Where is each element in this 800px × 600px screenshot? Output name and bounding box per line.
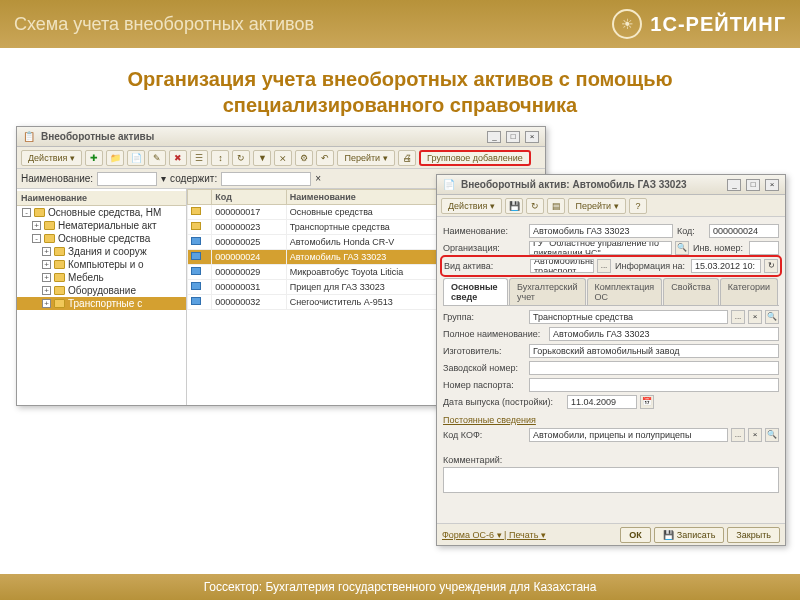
detail-window: 📄 Внеоборотный актив: Автомобиль ГАЗ 330… [436, 174, 786, 546]
actions-menu[interactable]: Действия ▾ [441, 198, 502, 214]
expand-icon[interactable]: + [42, 286, 51, 295]
tree-item[interactable]: +Оборудование [17, 284, 186, 297]
list-window-titlebar: 📋 Внеоборотные активы _ □ × [17, 127, 545, 147]
filter-name-input[interactable] [97, 172, 157, 186]
org-pick-button[interactable]: 🔍 [675, 241, 689, 255]
minimize-button[interactable]: _ [487, 131, 501, 143]
copy-button[interactable]: 📄 [127, 150, 145, 166]
group-add-button[interactable]: Групповое добавление [419, 150, 531, 166]
tree-item[interactable]: -Основные средства [17, 232, 186, 245]
fullname-field[interactable]: Автомобиль ГАЗ 33023 [549, 327, 779, 341]
kof-open-button[interactable]: 🔍 [765, 428, 779, 442]
toggle-button[interactable]: ▤ [547, 198, 565, 214]
kof-clear-button[interactable]: × [748, 428, 762, 442]
passport-field[interactable] [529, 378, 779, 392]
tab[interactable]: Бухгалтерский учет [509, 278, 586, 305]
ok-button[interactable]: ОК [620, 527, 651, 543]
move-up-button[interactable]: ↕ [211, 150, 229, 166]
kof-field[interactable]: Автомобили, прицепы и полуприцепы [529, 428, 728, 442]
folder-icon [44, 221, 55, 230]
undo-button[interactable]: ↶ [316, 150, 334, 166]
group-field[interactable]: Транспортные средства [529, 310, 728, 324]
tab[interactable]: Категории [720, 278, 778, 305]
tab[interactable]: Комплектация ОС [587, 278, 663, 305]
headline: Организация учета внеоборотных активов с… [0, 48, 800, 126]
date-field[interactable]: 11.04.2009 [567, 395, 637, 409]
tab[interactable]: Основные сведе [443, 278, 508, 305]
tree-item[interactable]: +Нематериальные акт [17, 219, 186, 232]
group-clear-button[interactable]: × [748, 310, 762, 324]
expand-icon[interactable]: - [22, 208, 31, 217]
expand-icon[interactable]: + [32, 221, 41, 230]
form-link[interactable]: Форма ОС-6 ▾ | Печать ▾ [442, 530, 546, 540]
type-field[interactable]: Автомобильный транспорт [530, 259, 594, 273]
save-button[interactable]: 💾 Записать [654, 527, 724, 543]
expand-icon[interactable]: + [42, 273, 51, 282]
hierarchy-button[interactable]: ☰ [190, 150, 208, 166]
tree-item[interactable]: +Мебель [17, 271, 186, 284]
save-button[interactable]: 💾 [505, 198, 523, 214]
maximize-button[interactable]: □ [506, 131, 520, 143]
tree-item[interactable]: +Транспортные с [17, 297, 186, 310]
close-button[interactable]: Закрыть [727, 527, 780, 543]
slide-footer: Госсектор: Бухгалтерия государственного … [0, 574, 800, 600]
close-button[interactable]: × [765, 179, 779, 191]
date-picker-button[interactable]: 📅 [640, 395, 654, 409]
name-field[interactable]: Автомобиль ГАЗ 33023 [529, 224, 673, 238]
maker-field[interactable]: Горьковский автомобильный завод [529, 344, 779, 358]
comment-label: Комментарий: [443, 455, 502, 465]
edit-button[interactable]: ✎ [148, 150, 166, 166]
maximize-button[interactable]: □ [746, 179, 760, 191]
filter-button[interactable]: ▼ [253, 150, 271, 166]
column-header[interactable]: Наименование [286, 190, 458, 205]
expand-icon[interactable]: - [32, 234, 41, 243]
expand-icon[interactable]: + [42, 299, 51, 308]
clear-filter-button[interactable]: ⨯ [274, 150, 292, 166]
serial-label: Заводской номер: [443, 363, 525, 373]
goto-menu[interactable]: Перейти ▾ [568, 198, 626, 214]
print-button[interactable]: 🖨 [398, 150, 416, 166]
tree-item[interactable]: +Компьютеры и о [17, 258, 186, 271]
folder-icon [54, 273, 65, 282]
org-field[interactable]: ГУ "Областное управление по ликвидации Ч… [529, 241, 672, 255]
expand-icon[interactable]: + [42, 260, 51, 269]
kof-pick-button[interactable]: ... [731, 428, 745, 442]
code-label: Код: [677, 226, 705, 236]
type-pick-button[interactable]: ... [597, 259, 611, 273]
tab[interactable]: Свойства [663, 278, 719, 305]
add-button[interactable]: ✚ [85, 150, 103, 166]
tree-item[interactable]: -Основные средства, НМ [17, 206, 186, 219]
delete-button[interactable]: ✖ [169, 150, 187, 166]
expand-icon[interactable]: + [42, 247, 51, 256]
passport-label: Номер паспорта: [443, 380, 525, 390]
detail-footer: Форма ОС-6 ▾ | Печать ▾ ОК 💾 Записать За… [437, 523, 785, 545]
inv-field[interactable] [749, 241, 779, 255]
folder-icon [54, 260, 65, 269]
filter-clear-icon[interactable]: × [315, 173, 321, 184]
goto-menu[interactable]: Перейти ▾ [337, 150, 395, 166]
actions-menu[interactable]: Действия ▾ [21, 150, 82, 166]
filter-contains-input[interactable] [221, 172, 311, 186]
code-field[interactable]: 000000024 [709, 224, 779, 238]
serial-field[interactable] [529, 361, 779, 375]
column-header[interactable] [188, 190, 212, 205]
refresh-button[interactable]: ↻ [232, 150, 250, 166]
column-header[interactable]: Код [212, 190, 286, 205]
window-icon: 📋 [23, 131, 35, 142]
group-pick-button[interactable]: ... [731, 310, 745, 324]
settings-button[interactable]: ⚙ [295, 150, 313, 166]
comment-field[interactable] [443, 467, 779, 493]
add-folder-button[interactable]: 📁 [106, 150, 124, 166]
help-button[interactable]: ? [629, 198, 647, 214]
info-refresh-button[interactable]: ↻ [764, 259, 778, 273]
info-date-field[interactable]: 15.03.2012 10: [691, 259, 761, 273]
group-open-button[interactable]: 🔍 [765, 310, 779, 324]
tree-item[interactable]: +Здания и сооруж [17, 245, 186, 258]
minimize-button[interactable]: _ [727, 179, 741, 191]
refresh-button[interactable]: ↻ [526, 198, 544, 214]
item-icon [191, 267, 201, 275]
filter-dropdown-icon[interactable]: ▾ [161, 173, 166, 184]
list-toolbar: Действия ▾ ✚ 📁 📄 ✎ ✖ ☰ ↕ ↻ ▼ ⨯ ⚙ ↶ Перей… [17, 147, 545, 169]
close-button[interactable]: × [525, 131, 539, 143]
section-permanent[interactable]: Постоянные сведения [443, 415, 779, 425]
